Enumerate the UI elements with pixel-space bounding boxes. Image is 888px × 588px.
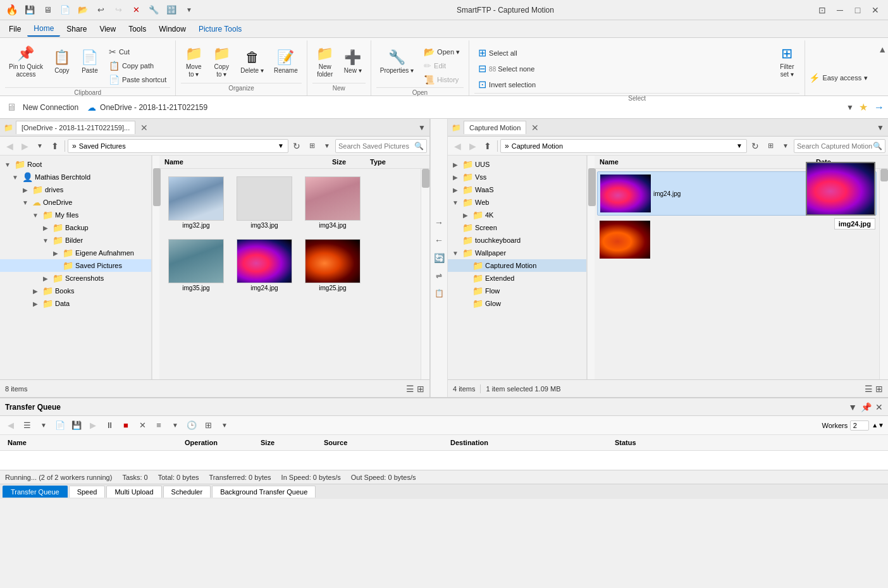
right-tree-scrollbar[interactable] xyxy=(587,156,595,379)
tq-col-size[interactable]: Size xyxy=(258,438,321,448)
left-tree-scrollbar[interactable] xyxy=(152,156,159,379)
save-button[interactable]: 💾 xyxy=(23,3,37,17)
cut-button[interactable]: ✂ Cut xyxy=(105,46,170,58)
close-button[interactable]: ✕ xyxy=(868,3,883,18)
right-view-button[interactable]: ⊞ xyxy=(763,139,777,153)
paste-shortcut-button[interactable]: 📄 Paste shortcut xyxy=(105,73,170,86)
left-up-button[interactable]: ⬆ xyxy=(48,139,62,153)
tq-back-button[interactable]: ◀ xyxy=(4,419,18,432)
tq-list-button[interactable]: ☰ xyxy=(20,419,34,432)
easy-access-button[interactable]: ⚡ Easy access ▾ xyxy=(805,71,872,84)
file-item[interactable]: img32.jpg xyxy=(164,174,228,231)
left-tab-label[interactable]: [OneDrive - 2018-11-21T022159]... xyxy=(16,121,135,134)
nav-dropdown-button[interactable]: ▼ xyxy=(845,102,855,113)
select-none-button[interactable]: ⊟ 88 Select none xyxy=(474,61,767,76)
history-button[interactable]: 📜 History xyxy=(420,73,464,86)
right-grid-view-button[interactable]: ⊞ xyxy=(875,384,883,394)
tq-col-destination[interactable]: Destination xyxy=(448,438,612,448)
copy-path-button[interactable]: 📋 Copy path xyxy=(105,59,170,72)
tq-queue-dropdown[interactable]: ▼ xyxy=(168,419,182,432)
menu-file[interactable]: File xyxy=(3,22,27,36)
tree-item[interactable]: 📁 Flow xyxy=(448,285,586,297)
new-connection-button[interactable]: 🖥 xyxy=(40,3,54,17)
tab-scheduler[interactable]: Scheduler xyxy=(163,486,211,498)
move-to-button[interactable]: 📁 Moveto ▾ xyxy=(181,43,206,81)
new-item-button[interactable]: ➕ New ▾ xyxy=(340,43,366,81)
translate-button[interactable]: 🔡 xyxy=(164,3,178,17)
properties-button[interactable]: 🔧 xyxy=(147,3,161,17)
tree-item[interactable]: ▶ 📁 Vss xyxy=(448,171,586,183)
tree-item[interactable]: ▶ 📁 Eigene Aufnahmen xyxy=(0,247,151,259)
cancel-button[interactable]: ✕ xyxy=(129,3,143,17)
ribbon-collapse-button[interactable]: ▲ xyxy=(877,43,888,56)
open-folder-button[interactable]: 📂 xyxy=(76,3,90,17)
right-search-box[interactable]: 🔍 xyxy=(794,139,885,153)
properties-button[interactable]: 🔧 Properties ▾ xyxy=(376,43,417,81)
left-search-box[interactable]: 🔍 xyxy=(335,139,427,153)
tree-item[interactable]: 📁 Screen xyxy=(448,221,586,234)
left-view-button[interactable]: ⊞ xyxy=(305,139,319,153)
tree-item[interactable]: ▶ 📁 Books xyxy=(0,285,151,297)
tree-item[interactable]: ▶ 📁 WaaS xyxy=(448,183,586,196)
transfer-up-button[interactable]: 🔄 xyxy=(432,251,446,265)
tree-item[interactable]: 📁 Extended xyxy=(448,272,586,285)
transfer-copy-button[interactable]: 📋 xyxy=(432,286,446,300)
right-up-button[interactable]: ⬆ xyxy=(481,139,495,153)
name-column-header[interactable]: Name xyxy=(162,157,330,167)
workers-input[interactable] xyxy=(850,420,869,431)
open-button-sm[interactable]: 📂 Open ▾ xyxy=(420,46,464,58)
right-path-dropdown[interactable]: ▼ xyxy=(736,142,743,149)
left-back-button[interactable]: ◀ xyxy=(3,139,16,153)
right-forward-button[interactable]: ▶ xyxy=(466,139,479,153)
tq-dropdown-list-button[interactable]: ▼ xyxy=(37,419,51,432)
left-path[interactable]: » Saved Pictures ▼ xyxy=(68,139,288,153)
open-button[interactable]: 📄 xyxy=(58,3,72,17)
tq-col-status[interactable]: Status xyxy=(612,438,883,448)
right-search-input[interactable] xyxy=(797,142,873,150)
workers-spinner[interactable]: ▲▼ xyxy=(872,422,884,429)
tq-play-button[interactable]: ▶ xyxy=(86,419,100,432)
file-item[interactable]: img35.jpg xyxy=(164,236,228,294)
size-column-header[interactable]: Size xyxy=(330,157,367,167)
transfer-right-button[interactable]: → xyxy=(432,216,446,230)
tq-col-operation[interactable]: Operation xyxy=(182,438,258,448)
tree-item[interactable]: ▶ 📁 Backup xyxy=(0,221,151,234)
tree-item[interactable]: ▼ ☁ OneDrive xyxy=(0,196,151,209)
right-back-button[interactable]: ◀ xyxy=(450,139,464,153)
tq-save-button[interactable]: 💾 xyxy=(70,419,83,432)
tree-item[interactable]: ▼ 📁 Wallpaper xyxy=(448,247,586,259)
tq-pause-button[interactable]: ⏸ xyxy=(102,419,116,432)
tq-pin-button[interactable]: 📌 xyxy=(861,402,872,412)
tab-background-transfer[interactable]: Background Transfer Queue xyxy=(212,486,316,498)
customize-button[interactable]: ▼ xyxy=(182,3,196,17)
tq-add-button[interactable]: 📄 xyxy=(53,419,67,432)
maximize-button[interactable]: □ xyxy=(850,3,865,18)
tq-filter-button[interactable]: ⊞ xyxy=(201,419,215,432)
tq-col-name[interactable]: Name xyxy=(5,438,182,448)
undo-button[interactable]: ↩ xyxy=(94,3,108,17)
copy-to-button[interactable]: 📁 Copyto ▾ xyxy=(209,43,234,81)
tq-stop-button[interactable]: ■ xyxy=(119,419,133,432)
nav-forward-button[interactable]: → xyxy=(874,102,884,113)
left-refresh-button[interactable]: ↻ xyxy=(290,139,304,153)
tq-queue-list-button[interactable]: ≡ xyxy=(152,419,166,432)
right-path[interactable]: » Captured Motion ▼ xyxy=(500,139,747,153)
tq-schedule-button[interactable]: 🕒 xyxy=(185,419,199,432)
invert-selection-button[interactable]: ⊡ Invert selection xyxy=(474,77,767,92)
left-list-view-button[interactable]: ☰ xyxy=(406,384,414,394)
right-tab-dropdown[interactable]: ▼ xyxy=(877,123,884,132)
tab-transfer-queue[interactable]: Transfer Queue xyxy=(3,486,68,498)
file-item[interactable]: img25.jpg xyxy=(301,236,364,294)
new-folder-button[interactable]: 📁 Newfolder xyxy=(312,43,338,81)
tree-item[interactable]: 📁 Glow xyxy=(448,297,586,310)
transfer-left-button[interactable]: ← xyxy=(432,233,446,247)
right-name-col[interactable]: Name xyxy=(597,157,813,167)
tree-item[interactable]: ▶ 📁 Screenshots xyxy=(0,272,151,285)
delete-button[interactable]: 🗑 Delete ▾ xyxy=(237,43,268,81)
paste-button[interactable]: 📄 Paste xyxy=(77,43,102,81)
file-item[interactable]: img33.jpg xyxy=(233,174,296,231)
tq-filter-dropdown[interactable]: ▼ xyxy=(218,419,231,432)
select-all-button[interactable]: ⊞ Select all xyxy=(474,46,767,60)
tq-close-button[interactable]: ✕ xyxy=(875,402,883,412)
tree-item[interactable]: ▶ 📁 4K xyxy=(448,209,586,221)
